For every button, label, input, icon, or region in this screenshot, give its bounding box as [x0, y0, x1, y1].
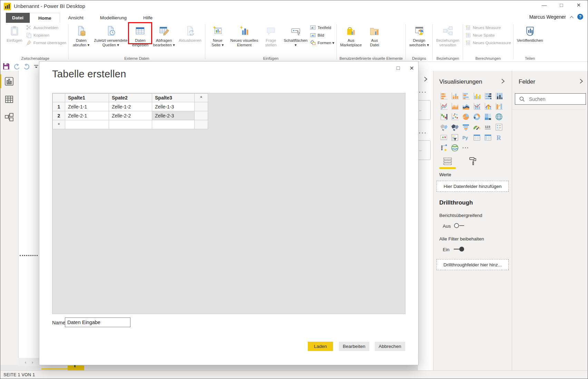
get-data-button[interactable]: Datenabrufen ▾ — [71, 23, 91, 47]
publish-button[interactable]: Veröffentlichen — [516, 23, 545, 43]
report-view-button[interactable] — [0, 74, 18, 89]
filter-card-more-icon[interactable]: ··· — [419, 89, 427, 95]
visual-area-icon[interactable] — [450, 102, 459, 111]
table-cell[interactable]: Zelle-2-2 — [109, 111, 152, 120]
visual-clustered-bar-icon[interactable] — [461, 92, 470, 101]
buttons-button[interactable]: Schaltflächen▾ — [282, 23, 309, 47]
visual-matrix-icon[interactable] — [483, 133, 492, 142]
visual-ribbon-chart-icon[interactable] — [494, 102, 503, 111]
visual-line-clustered-column-icon[interactable] — [483, 102, 492, 111]
enter-data-button[interactable]: Dateneingeben — [130, 23, 150, 47]
redo-button[interactable] — [23, 63, 30, 69]
dialog-maximize-icon[interactable]: □ — [396, 65, 400, 72]
tab-ansicht[interactable]: Ansicht — [60, 13, 92, 23]
new-visual-button[interactable]: Neues visuellesElement — [229, 23, 260, 47]
values-field-well[interactable]: Hier Datenfelder hinzufügen — [437, 181, 509, 192]
model-view-button[interactable] — [0, 110, 18, 125]
visual-line-stacked-column-icon[interactable] — [472, 102, 481, 111]
tab-home[interactable]: Home — [30, 13, 60, 23]
visual-stacked-bar-icon[interactable] — [439, 92, 448, 101]
image-button[interactable]: Bild — [310, 32, 334, 39]
visual-pie-icon[interactable] — [461, 112, 470, 121]
table-cell[interactable]: Zelle-2-1 — [65, 111, 109, 120]
minimize-button[interactable]: — — [540, 2, 549, 8]
active-page-tab[interactable] — [68, 366, 84, 370]
collapse-visualizations-icon[interactable] — [501, 78, 505, 85]
visual-filled-map-icon[interactable] — [439, 123, 448, 132]
column-header[interactable]: * — [195, 94, 208, 102]
shapes-button[interactable]: Formen ▾ — [310, 39, 334, 46]
filter-card[interactable]: .. — [418, 100, 431, 120]
close-button[interactable]: ✕ — [574, 2, 583, 8]
maximize-button[interactable]: □ — [557, 2, 566, 8]
visual-slicer-icon[interactable] — [450, 133, 459, 142]
tab-hilfe[interactable]: Hilfe — [135, 13, 161, 23]
search-input[interactable] — [528, 96, 578, 102]
from-marketplace-button[interactable]: AusMarketplace — [339, 23, 363, 47]
table-cell[interactable]: Zelle-2-3 — [152, 111, 195, 120]
table-cell[interactable]: Zelle-1-3 — [152, 102, 195, 111]
visual-arcgis-map-icon[interactable] — [450, 143, 459, 152]
visual-clustered-column-icon[interactable] — [472, 92, 481, 101]
visual-multi-row-card-icon[interactable] — [494, 123, 503, 132]
table-cell[interactable] — [195, 111, 208, 120]
visual-line-icon[interactable] — [439, 102, 448, 111]
table-cell[interactable] — [195, 102, 208, 111]
visual-table-icon[interactable] — [472, 133, 481, 142]
tab-datei[interactable]: Datei — [6, 13, 30, 23]
table-cell[interactable] — [195, 120, 208, 129]
next-page-icon[interactable]: › — [32, 360, 33, 365]
table-cell[interactable] — [65, 120, 109, 129]
field-searchbox[interactable] — [515, 93, 586, 105]
visual-waterfall-icon[interactable] — [439, 112, 448, 121]
visual-r-script-icon[interactable]: R — [494, 133, 503, 142]
edit-queries-button[interactable]: Abfragenbearbeiten ▾ — [151, 23, 176, 47]
filter-card[interactable]: .. — [418, 140, 431, 160]
visual-funnel-icon[interactable] — [461, 123, 470, 132]
load-button[interactable]: Laden — [308, 342, 333, 351]
visual-stacked-column-icon[interactable] — [450, 92, 459, 101]
new-page-button[interactable]: NeueSeite ▾ — [207, 23, 228, 47]
visual-100-stacked-bar-icon[interactable] — [483, 92, 492, 101]
table-cell[interactable]: * — [53, 120, 65, 129]
tab-format[interactable] — [465, 157, 481, 169]
filter-card-more-icon[interactable]: ··· — [419, 130, 427, 136]
collapse-fields-icon[interactable] — [579, 78, 583, 85]
visual-treemap-icon[interactable] — [483, 112, 492, 121]
switch-theme-button[interactable]: Designwechseln ▾ — [408, 23, 430, 47]
collapse-ribbon-icon[interactable] — [569, 14, 574, 20]
column-header[interactable]: Spate2 — [109, 94, 152, 102]
cancel-button[interactable]: Abbrechen — [375, 342, 405, 351]
edit-button[interactable]: Bearbeiten — [339, 342, 369, 351]
tab-modellierung[interactable]: Modellierung — [92, 13, 135, 23]
visual-gauge-icon[interactable] — [472, 123, 481, 132]
table-cell[interactable]: Zelle-1-2 — [109, 102, 152, 111]
dialog-close-icon[interactable]: ✕ — [410, 65, 414, 72]
keep-filters-toggle[interactable] — [452, 246, 465, 253]
table-cell[interactable] — [109, 120, 152, 129]
save-button[interactable] — [3, 63, 10, 70]
from-file-button[interactable]: AusDatei — [364, 23, 385, 47]
tab-fields[interactable] — [439, 157, 456, 169]
table-name-input[interactable] — [65, 318, 130, 327]
table-cell[interactable]: 1 — [53, 102, 65, 111]
visual-shape-map-icon[interactable] — [450, 123, 459, 132]
cross-report-toggle[interactable] — [453, 222, 466, 230]
column-header[interactable] — [53, 94, 65, 102]
visual-python-icon[interactable]: Py — [461, 133, 470, 142]
customize-toolbar-button[interactable] — [34, 65, 39, 68]
visual-100-stacked-column-icon[interactable] — [494, 92, 503, 101]
visual-key-influencers-icon[interactable] — [439, 143, 448, 152]
visual-stacked-area-icon[interactable] — [461, 102, 470, 111]
drillthrough-field-well[interactable]: Drillthroughfelder hier hinz... — [437, 259, 509, 270]
table-cell[interactable]: Zelle-1-1 — [65, 102, 109, 111]
table-cell[interactable]: 2 — [53, 111, 65, 120]
recent-sources-button[interactable]: Zuletzt verwendeteQuellen ▾ — [92, 23, 129, 47]
help-icon[interactable]: ? — [577, 14, 583, 20]
more-visuals-button[interactable]: ··· — [461, 143, 470, 152]
visual-donut-icon[interactable] — [472, 112, 481, 121]
data-view-button[interactable] — [0, 92, 18, 107]
table-cell[interactable] — [152, 120, 195, 129]
previous-page-icon[interactable]: ‹ — [25, 360, 26, 365]
column-header[interactable]: Spalte1 — [65, 94, 109, 102]
